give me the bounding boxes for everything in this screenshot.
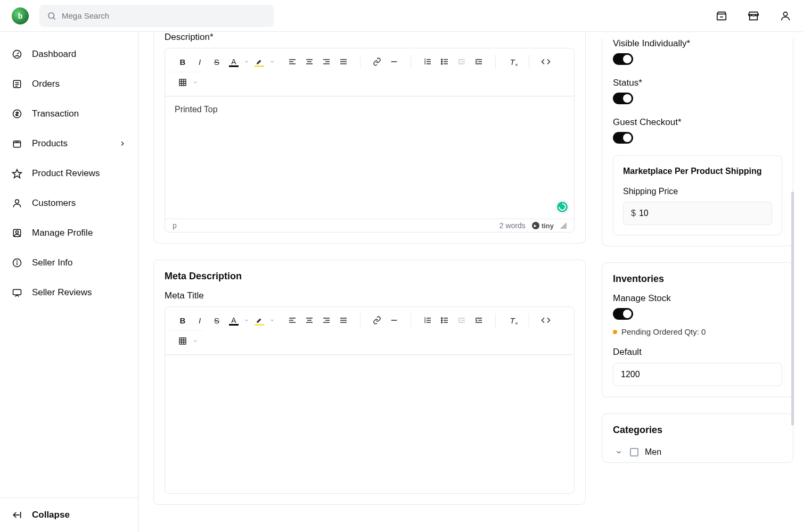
meta-title-editor: B I S A bbox=[165, 306, 575, 494]
bold-button[interactable]: B bbox=[175, 54, 191, 70]
clear-format-button[interactable]: T× bbox=[504, 312, 520, 328]
highlight-dropdown[interactable] bbox=[268, 318, 276, 323]
hr-button[interactable] bbox=[386, 312, 402, 328]
outdent-button bbox=[454, 312, 470, 328]
indent-button[interactable] bbox=[471, 312, 487, 328]
text-color-button[interactable]: A bbox=[226, 54, 242, 70]
svg-text:3: 3 bbox=[424, 62, 426, 65]
strikethrough-button[interactable]: S bbox=[209, 54, 225, 70]
sidebar-item-dashboard[interactable]: Dashboard bbox=[0, 39, 138, 69]
visible-individually-label: Visible Individually* bbox=[613, 38, 782, 49]
search-input[interactable] bbox=[62, 11, 266, 20]
table-dropdown[interactable] bbox=[192, 338, 199, 344]
align-center-button[interactable] bbox=[301, 54, 317, 70]
align-center-button[interactable] bbox=[301, 312, 317, 328]
meta-title-label: Meta Title bbox=[165, 290, 575, 301]
svg-point-13 bbox=[15, 200, 19, 203]
guest-checkout-toggle[interactable] bbox=[613, 132, 633, 144]
source-code-button[interactable] bbox=[538, 54, 554, 70]
resize-handle[interactable] bbox=[560, 222, 567, 229]
link-button[interactable] bbox=[369, 312, 385, 328]
link-button[interactable] bbox=[369, 54, 385, 70]
sidebar-item-product-reviews[interactable]: Product Reviews bbox=[0, 159, 138, 188]
categories-card: Categories Men bbox=[602, 413, 793, 463]
shop-icon[interactable] bbox=[748, 10, 759, 22]
align-left-button[interactable] bbox=[284, 54, 300, 70]
review-icon bbox=[12, 287, 22, 298]
unordered-list-button[interactable] bbox=[437, 312, 453, 328]
description-label: Description* bbox=[165, 32, 575, 43]
user-icon[interactable] bbox=[780, 10, 791, 22]
highlight-button[interactable] bbox=[251, 54, 267, 70]
italic-button[interactable]: I bbox=[192, 54, 208, 70]
svg-point-0 bbox=[48, 13, 54, 19]
box-icon bbox=[12, 138, 22, 149]
hr-button[interactable] bbox=[386, 54, 402, 70]
sidebar-item-label: Products bbox=[32, 138, 68, 149]
shipping-price-input[interactable] bbox=[639, 209, 764, 218]
sidebar-collapse[interactable]: Collapse bbox=[0, 497, 138, 532]
storefront-icon[interactable] bbox=[716, 10, 727, 22]
editor-statusbar: p 2 words ▸tiny bbox=[165, 219, 574, 232]
table-button[interactable] bbox=[175, 74, 191, 90]
visible-individually-toggle[interactable] bbox=[613, 53, 633, 65]
source-code-button[interactable] bbox=[538, 312, 554, 328]
gauge-icon bbox=[12, 49, 22, 60]
sidebar-item-transaction[interactable]: Transaction bbox=[0, 99, 138, 129]
highlight-button[interactable] bbox=[251, 312, 267, 328]
ordered-list-button[interactable]: 123 bbox=[420, 312, 436, 328]
description-textarea[interactable]: Printed Top bbox=[165, 96, 574, 219]
italic-button[interactable]: I bbox=[192, 312, 208, 328]
editor-toolbar: B I S A bbox=[165, 48, 574, 96]
status-toggle[interactable] bbox=[613, 93, 633, 104]
meta-title-textarea[interactable] bbox=[165, 355, 574, 493]
tiny-badge[interactable]: ▸tiny bbox=[532, 222, 554, 230]
scrollbar-thumb[interactable] bbox=[791, 192, 794, 426]
manage-stock-toggle[interactable] bbox=[613, 308, 633, 320]
sidebar-item-seller-reviews[interactable]: Seller Reviews bbox=[0, 278, 138, 307]
sidebar-item-products[interactable]: Products bbox=[0, 129, 138, 159]
align-right-button[interactable] bbox=[318, 54, 334, 70]
svg-point-4 bbox=[783, 12, 787, 15]
bold-button[interactable]: B bbox=[175, 312, 191, 328]
clear-format-button[interactable]: T× bbox=[504, 54, 520, 70]
list-icon bbox=[12, 79, 22, 89]
table-dropdown[interactable] bbox=[192, 80, 199, 85]
align-justify-button[interactable] bbox=[335, 54, 351, 70]
category-checkbox[interactable] bbox=[630, 448, 638, 456]
shipping-price-input-wrap[interactable]: $ bbox=[623, 202, 772, 225]
sidebar-item-orders[interactable]: Orders bbox=[0, 69, 138, 99]
text-color-dropdown[interactable] bbox=[243, 318, 250, 323]
collapse-label: Collapse bbox=[32, 510, 70, 520]
indent-button[interactable] bbox=[471, 54, 487, 70]
text-color-dropdown[interactable] bbox=[243, 59, 250, 64]
default-qty-input-wrap[interactable] bbox=[613, 363, 782, 386]
text-color-button[interactable]: A bbox=[226, 312, 242, 328]
strikethrough-button[interactable]: S bbox=[209, 312, 225, 328]
sidebar-item-customers[interactable]: Customers bbox=[0, 188, 138, 218]
table-button[interactable] bbox=[175, 333, 191, 349]
svg-line-1 bbox=[53, 18, 55, 19]
category-label: Men bbox=[645, 447, 661, 457]
unordered-list-button[interactable] bbox=[437, 54, 453, 70]
collapse-icon bbox=[12, 510, 22, 520]
sidebar-item-label: Manage Profile bbox=[32, 228, 93, 238]
default-qty-input[interactable] bbox=[621, 370, 774, 379]
editor-toolbar: B I S A bbox=[165, 307, 574, 355]
align-left-button[interactable] bbox=[284, 312, 300, 328]
mega-search[interactable] bbox=[39, 5, 274, 27]
sidebar-item-manage-profile[interactable]: Manage Profile bbox=[0, 218, 138, 248]
currency-prefix: $ bbox=[631, 209, 636, 218]
chevron-down-icon[interactable] bbox=[615, 448, 624, 456]
ordered-list-button[interactable]: 123 bbox=[420, 54, 436, 70]
default-label: Default bbox=[613, 347, 782, 358]
align-right-button[interactable] bbox=[318, 312, 334, 328]
align-justify-button[interactable] bbox=[335, 312, 351, 328]
category-row-men[interactable]: Men bbox=[613, 444, 782, 457]
sidebar-item-seller-info[interactable]: Seller Info bbox=[0, 248, 138, 278]
brand-logo[interactable]: b bbox=[12, 7, 29, 24]
highlight-dropdown[interactable] bbox=[268, 59, 276, 64]
svg-rect-19 bbox=[13, 289, 21, 295]
star-icon bbox=[12, 168, 22, 179]
grammarly-icon[interactable] bbox=[556, 201, 569, 213]
